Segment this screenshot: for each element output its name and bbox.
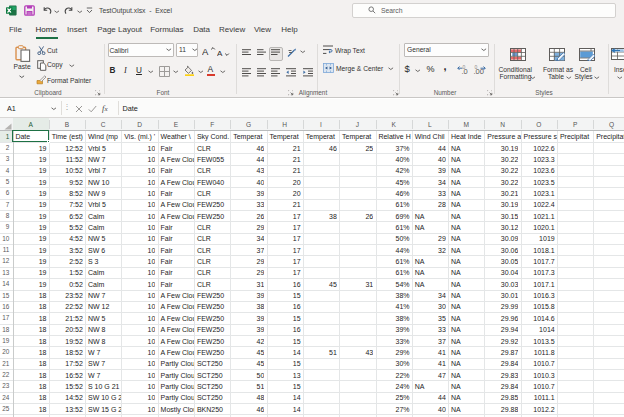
svg-text:0: 0 — [475, 63, 478, 69]
svg-text:A: A — [202, 46, 209, 56]
svg-text:A: A — [217, 49, 223, 57]
svg-text:0: 0 — [463, 63, 466, 69]
